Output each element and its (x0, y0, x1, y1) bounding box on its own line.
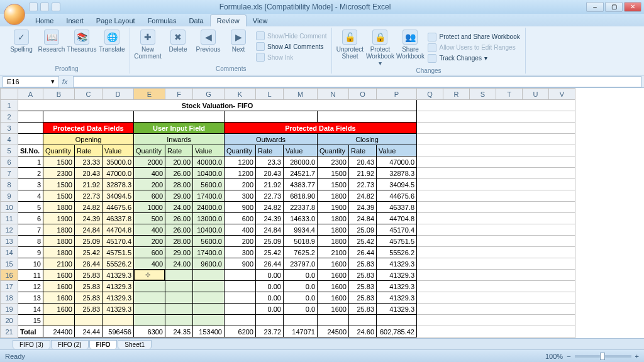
qat-undo-icon[interactable] (40, 3, 49, 11)
ranges-icon (428, 43, 436, 52)
table-row[interactable]: 83150021.9232878.320028.005600.020021.92… (1, 179, 575, 190)
table-row[interactable]: 1611160025.8341329.3✢0.000.0160025.83413… (1, 270, 575, 281)
show-hide-comment-button[interactable]: Show/Hide Comment (255, 31, 328, 41)
tab-formulas[interactable]: Formulas (142, 15, 183, 26)
formula-input[interactable] (73, 76, 641, 87)
col-header[interactable]: V (549, 89, 575, 100)
office-button[interactable] (4, 4, 25, 25)
table-row[interactable]: 105180024.8244675.6100024.0024000.090024… (1, 202, 575, 213)
table-row[interactable]: 127180024.8444704.840026.0010400.040024.… (1, 224, 575, 236)
track-changes-button[interactable]: Track Changes ▾ (426, 53, 521, 63)
col-header[interactable]: U (523, 89, 549, 100)
table-row[interactable]: 116190024.3946337.850026.0013000.060024.… (1, 213, 575, 224)
share-workbook-button[interactable]: 👥Share Workbook (396, 28, 424, 67)
table-row[interactable]: 72230020.4347000.040026.0010400.0120020.… (1, 168, 575, 179)
titlebar: Formulae.xls [Compatibility Mode] - Micr… (0, 0, 644, 14)
tab-view[interactable]: View (247, 15, 274, 26)
table-row[interactable]: 138180025.0945170.420028.005600.020025.0… (1, 236, 575, 247)
new-comment-icon: ✚ (140, 30, 155, 45)
worksheet-grid[interactable]: ABCDEFGKLMNOPQRSTUV1Stock Valuation- FIF… (0, 88, 644, 338)
zoom-slider[interactable] (575, 355, 631, 358)
total-row[interactable]: 21Total2440024.44596456630024.3515340062… (1, 326, 575, 337)
zoom-out-icon[interactable]: − (567, 353, 570, 360)
table-row[interactable]: 2015 (1, 315, 575, 326)
col-header[interactable]: Q (417, 89, 443, 100)
chevron-down-icon[interactable]: ▾ (51, 77, 55, 85)
unprotect-icon: 🔓 (342, 30, 357, 45)
col-header[interactable]: D (103, 89, 134, 100)
translate-icon: 🌐 (104, 30, 119, 45)
sheet-tab[interactable]: FIFO (89, 340, 118, 349)
ribbon: ✓Spelling 📖Research 📚Thesaurus 🌐Translat… (0, 26, 644, 75)
col-header[interactable]: A (18, 89, 43, 100)
minimize-button[interactable]: – (586, 2, 604, 12)
col-header[interactable]: T (496, 89, 523, 100)
protect-share-button[interactable]: Protect and Share Workbook (426, 32, 521, 42)
group-label-proofing: Proofing (8, 65, 126, 74)
col-header[interactable]: R (443, 89, 470, 100)
col-header[interactable]: S (470, 89, 496, 100)
tab-page-layout[interactable]: Page Layout (90, 15, 142, 26)
fx-icon[interactable]: fx (59, 78, 70, 85)
delete-icon: ✖ (170, 30, 186, 45)
show-ink-button[interactable]: Show Ink (255, 52, 328, 62)
previous-comment-button[interactable]: ◀Previous (194, 28, 222, 65)
col-header[interactable]: G (193, 89, 225, 100)
delete-comment-button[interactable]: ✖Delete (164, 28, 192, 65)
tab-review[interactable]: Review (210, 14, 247, 26)
track-icon (428, 54, 436, 63)
show-all-comments-button[interactable]: Show All Comments (255, 41, 328, 52)
qat-save-icon[interactable] (29, 3, 38, 11)
group-comments: ✚New Comment ✖Delete ◀Previous ▶Next Sho… (130, 28, 332, 74)
row-header[interactable]: 1 (1, 100, 18, 111)
sheet-tab[interactable]: FIFO (3) (13, 340, 50, 349)
translate-button[interactable]: 🌐Translate (98, 28, 126, 65)
quick-access-toolbar (29, 3, 60, 11)
new-comment-button[interactable]: ✚New Comment (134, 28, 162, 65)
protect-workbook-button[interactable]: 🔒Protect Workbook▾ (366, 28, 394, 67)
col-header[interactable]: E (134, 89, 165, 100)
status-bar: Ready 100% − + (0, 349, 644, 362)
research-button[interactable]: 📖Research (38, 28, 65, 65)
unprotect-sheet-button[interactable]: 🔓Unprotect Sheet (336, 28, 364, 67)
spelling-button[interactable]: ✓Spelling (8, 28, 35, 65)
table-row[interactable]: 61150023.3335000.0200020.0040000.0120023… (1, 156, 575, 168)
table-row[interactable]: 94150022.7334094.560029.0017400.030022.7… (1, 190, 575, 202)
sheet-tab[interactable]: FIFO (2) (51, 340, 89, 349)
col-header[interactable]: C (75, 89, 103, 100)
next-comment-button[interactable]: ▶Next (225, 28, 252, 65)
col-header[interactable]: B (43, 89, 75, 100)
close-button[interactable]: ✕ (624, 2, 641, 12)
protect-wb-icon: 🔒 (372, 30, 387, 45)
col-header[interactable]: F (165, 89, 193, 100)
zoom-in-icon[interactable]: + (635, 353, 639, 360)
next-icon: ▶ (231, 30, 246, 45)
tab-insert[interactable]: Insert (60, 15, 90, 26)
group-changes: 🔓Unprotect Sheet 🔒Protect Workbook▾ 👥Sha… (332, 28, 525, 74)
name-box[interactable]: E16▾ (3, 76, 59, 87)
table-row[interactable]: 1813160025.8341329.30.000.0160025.834132… (1, 292, 575, 304)
col-header[interactable]: M (284, 89, 318, 100)
table-row[interactable]: 1712160025.8341329.30.000.0160025.834132… (1, 281, 575, 292)
table-row[interactable]: 1510210026.4455526.240024.009600.090026.… (1, 258, 575, 270)
ink-icon (256, 53, 265, 62)
zoom-control[interactable]: 100% − + (545, 353, 639, 360)
sheet-tabs: FIFO (3)FIFO (2)FIFOSheet1 (0, 338, 644, 349)
col-header[interactable]: K (225, 89, 256, 100)
thesaurus-button[interactable]: 📚Thesaurus (68, 28, 96, 65)
edit-ranges-button[interactable]: Allow Users to Edit Ranges (426, 43, 521, 53)
qat-redo-icon[interactable] (52, 3, 60, 11)
col-header[interactable]: N (318, 89, 349, 100)
table-row[interactable]: 1914160025.8341329.30.000.0160025.834132… (1, 304, 575, 315)
tab-home[interactable]: Home (29, 15, 60, 26)
tab-data[interactable]: Data (182, 15, 209, 26)
share-icon: 👥 (402, 30, 418, 45)
sheet-tab[interactable]: Sheet1 (118, 340, 152, 349)
col-header[interactable]: L (256, 89, 284, 100)
window-title: Formulae.xls [Compatibility Mode] - Micr… (24, 3, 586, 11)
maximize-button[interactable]: ▢ (605, 2, 623, 12)
col-header[interactable]: O (349, 89, 377, 100)
table-row[interactable]: 149180025.4245751.560029.0017400.030025.… (1, 247, 575, 258)
col-header[interactable]: P (377, 89, 417, 100)
group-label-comments: Comments (134, 65, 328, 74)
